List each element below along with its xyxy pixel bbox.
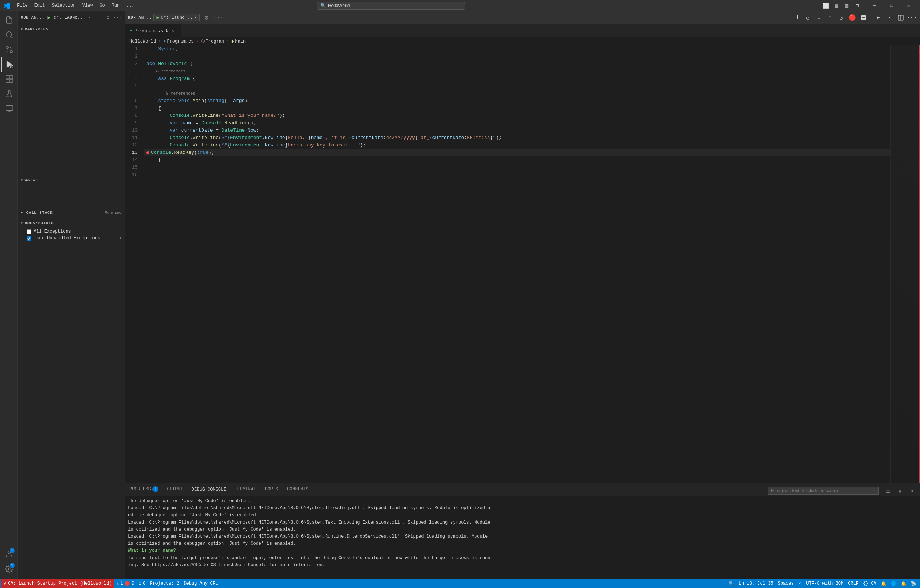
debug-play-icon[interactable]: ▶ [47,15,51,21]
activity-explorer[interactable] [2,13,16,28]
menu-go[interactable]: Go [97,2,108,9]
debug-more-button[interactable]: ··· [213,13,224,23]
console-filter[interactable] [768,487,879,495]
menu-file[interactable]: File [14,2,31,9]
ports-tab[interactable]: PORTS [261,483,283,496]
output-tab[interactable]: OUTPUT [163,483,188,496]
code-line-16[interactable] [144,171,891,179]
status-notification[interactable]: 🔔 [899,581,909,586]
menu-run[interactable]: Run [109,2,123,9]
activity-testing[interactable] [2,86,16,101]
status-remote[interactable]: 🌐 [889,581,899,586]
debug-stop-button[interactable]: 🔴 [847,13,857,23]
breadcrumb-program[interactable]: ⬡ Program [201,39,224,44]
comments-tab[interactable]: COMMENTS [283,483,313,496]
run-dropdown-button[interactable]: ▾ [884,13,895,23]
code-line-8[interactable]: Console.WriteLine("What is your name?"); [144,112,891,120]
breadcrumb-main[interactable]: ◆ Main [231,39,246,44]
status-search[interactable]: 🔍 [727,581,737,586]
minimize-button[interactable]: ─ [866,0,883,11]
status-broadcast[interactable]: 📡 [909,581,918,586]
variables-section-header[interactable]: ▾ VARIABLES [18,24,125,34]
code-line-13[interactable]: Console.ReadKey(true); [144,149,891,156]
debug-gear-button[interactable]: ⚙ [201,13,212,23]
breakpoints-header[interactable]: ▾ BREAKPOINTS [18,218,125,228]
menu-more[interactable]: ... [123,2,137,9]
debug-step-over-button[interactable]: ↓ [814,13,824,23]
panel-list-view-button[interactable]: ☰ [883,486,893,496]
call-stack-header[interactable]: ▾ CALL STACK Running [18,207,125,218]
close-button[interactable]: ✕ [900,0,917,11]
status-debug-branch[interactable]: ⚡ C#: Launch Startup Project (HelloWorld… [2,579,114,588]
settings-gear-button[interactable]: ⚙ [104,14,112,22]
debug-step-out-button[interactable]: ↺ [836,13,846,23]
code-line-3[interactable]: ace HelloWorld { [144,60,891,68]
breadcrumb-helloworld[interactable]: HelloWorld [130,39,156,44]
all-exceptions-checkbox[interactable] [27,229,31,234]
menu-selection[interactable]: Selection [49,2,79,9]
debug-console-tab[interactable]: DEBUG CONSOLE [188,483,230,496]
activity-run-debug[interactable] [2,57,16,72]
status-info[interactable]: ⚙ 0 [136,579,147,588]
debug-config-dropdown[interactable]: C#: Launc... [53,16,86,20]
split-editor-button[interactable] [896,13,906,23]
terminal-tab[interactable]: TERMINAL [230,483,261,496]
all-exceptions-label: All Exceptions [34,229,71,234]
debug-restart-button[interactable]: ↺ [803,13,813,23]
menu-view[interactable]: View [79,2,96,9]
run-without-debug-button[interactable]: ▶ [873,13,884,23]
code-line-2[interactable] [144,53,891,60]
code-line-10[interactable]: var currentDate = DateTime.Now; [144,127,891,134]
panel-minimize-button[interactable]: ∧ [895,486,905,496]
search-input[interactable] [328,3,462,8]
more-options-button[interactable]: ··· [113,14,122,22]
code-content[interactable]: System; ace HelloWorld { 0 references as… [144,45,891,483]
more-panel-button[interactable]: ··· [907,13,917,23]
code-line-15[interactable] [144,164,891,171]
panel-close-button[interactable]: ✕ [907,486,917,496]
status-eol[interactable]: CRLF [845,581,861,586]
code-line-4[interactable]: ass Program { [144,75,891,83]
status-projects[interactable]: Projects: 2 [147,579,181,588]
debug-pause-button[interactable]: ⏸ [792,13,802,23]
problems-tab[interactable]: PROBLEMS 1 [125,483,163,496]
code-line-14[interactable]: } [144,156,891,164]
status-cpu[interactable]: Debug Any CPU [181,579,220,588]
user-unhandled-expand[interactable]: › [119,236,122,241]
debug-config-button[interactable]: ▶ C#: Launc... [153,14,200,21]
activity-remote[interactable] [2,101,16,116]
user-unhandled-checkbox[interactable] [27,236,31,241]
activity-source-control[interactable] [2,42,16,57]
status-position[interactable]: Ln 13, Col 35 [737,581,776,586]
code-line-9[interactable]: var name = Console.ReadLine(); [144,120,891,127]
status-spaces[interactable]: Spaces: 4 [776,581,804,586]
breadcrumb-program-cs[interactable]: ● Program.cs [163,39,193,44]
status-language[interactable]: {} C# [861,581,879,586]
layout-panel-icon[interactable]: ▥ [843,2,850,9]
tab-close-button[interactable]: ✕ [170,28,176,34]
layout-sidebar-icon[interactable]: ▤ [833,2,840,9]
code-line-1[interactable]: System; [144,45,891,53]
activity-accounts[interactable]: 1 [2,547,16,561]
editor-tab-program-cs[interactable]: ● Program.cs 1 ✕ [125,24,180,37]
code-line-5[interactable] [144,83,891,90]
activity-settings[interactable]: 1 [2,561,16,576]
filter-input[interactable] [771,488,875,493]
layout-multi-icon[interactable]: ⊞ [854,2,861,9]
watch-section-header[interactable]: ▾ WATCH [18,175,125,185]
code-line-11[interactable]: Console.WriteLine($"{Environment.NewLine… [144,134,891,142]
activity-extensions[interactable] [2,72,16,86]
status-bell[interactable]: 🔔 [879,581,889,586]
activity-search[interactable] [2,28,16,42]
debug-step-into-button[interactable]: ↑ [825,13,835,23]
restore-button[interactable]: □ [883,0,900,11]
title-search[interactable]: 🔍 [317,2,465,10]
code-line-6[interactable]: static void Main(string[] args) [144,97,891,105]
layout-icon[interactable]: ⬜ [822,2,830,9]
status-errors[interactable]: ⚠ 1 🔴 0 [114,579,136,588]
debug-breakpoints-button[interactable] [858,13,868,23]
code-line-7[interactable]: { [144,105,891,112]
code-line-12[interactable]: Console.WriteLine($"{Environment.NewLine… [144,142,891,149]
status-encoding[interactable]: UTF-8 with BOM [804,581,845,586]
menu-edit[interactable]: Edit [31,2,48,9]
